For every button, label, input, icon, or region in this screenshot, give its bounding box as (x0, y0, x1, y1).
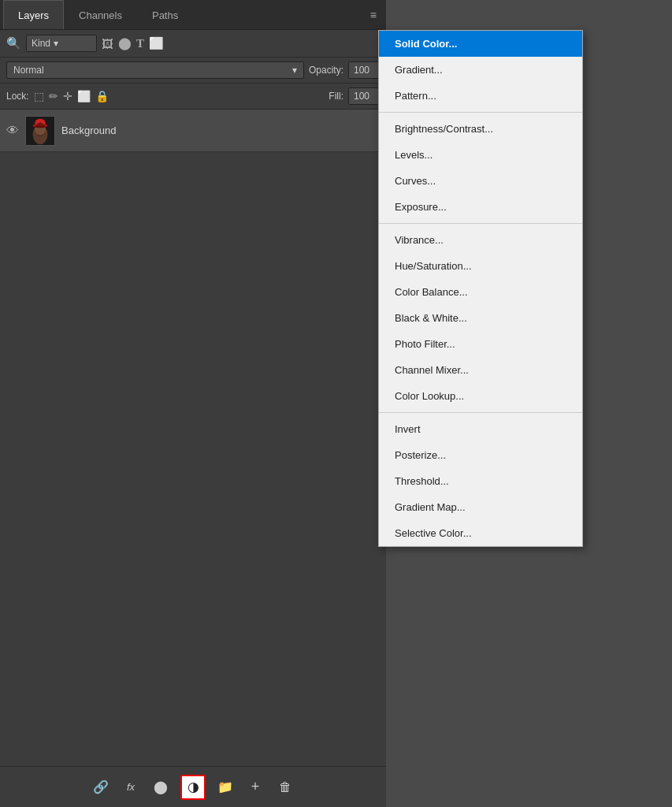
menu-item-selective-color-[interactable]: Selective Color... (379, 520, 582, 546)
menu-item-hue-saturation-[interactable]: Hue/Saturation... (379, 253, 582, 279)
layer-thumbnail (25, 116, 55, 146)
mask-button[interactable]: ⬤ (150, 777, 171, 798)
fx-button[interactable]: fx (121, 777, 141, 798)
menu-item-photo-filter-[interactable]: Photo Filter... (379, 331, 582, 357)
delete-layer-button[interactable]: 🗑 (275, 777, 295, 798)
chevron-down-icon: ▾ (54, 38, 58, 49)
tab-layers[interactable]: Layers (3, 0, 64, 29)
menu-item-color-balance-[interactable]: Color Balance... (379, 279, 582, 305)
menu-item-levels-[interactable]: Levels... (379, 142, 582, 168)
menu-item-black-white-[interactable]: Black & White... (379, 305, 582, 331)
opacity-label: Opacity: (309, 65, 343, 76)
menu-item-vibrance-[interactable]: Vibrance... (379, 227, 582, 253)
trash-icon: 🗑 (279, 780, 291, 794)
menu-item-color-lookup-[interactable]: Color Lookup... (379, 383, 582, 409)
kind-filter-select[interactable]: Kind ▾ (26, 35, 97, 52)
lock-transparent-icon[interactable]: ⬚ (34, 90, 44, 102)
blend-mode-select[interactable]: Normal ▾ (6, 61, 304, 79)
menu-item-gradient-map-[interactable]: Gradient Map... (379, 494, 582, 520)
lock-all-icon[interactable]: 🔒 (95, 90, 109, 102)
layers-empty-area (0, 152, 386, 766)
link-icon: 🔗 (93, 779, 109, 794)
filter-row: 🔍 Kind ▾ 🖼 ⬤ T ⬜ (0, 30, 386, 58)
menu-item-threshold-[interactable]: Threshold... (379, 468, 582, 494)
lock-artboard-icon[interactable]: ⬜ (77, 90, 91, 102)
svg-point-5 (35, 122, 45, 136)
opacity-input[interactable]: 100 (348, 61, 380, 79)
menu-separator-3 (379, 112, 582, 113)
menu-item-channel-mixer-[interactable]: Channel Mixer... (379, 357, 582, 383)
lock-move-icon[interactable]: ✛ (63, 90, 72, 102)
panel-menu-icon[interactable]: ≡ (366, 0, 381, 30)
menu-item-solid-color-[interactable]: Solid Color... (379, 31, 582, 57)
add-layer-button[interactable]: + (245, 777, 265, 798)
fill-label: Fill: (329, 91, 343, 102)
menu-item-posterize-[interactable]: Posterize... (379, 442, 582, 468)
mask-icon: ⬤ (154, 779, 168, 794)
menu-item-invert[interactable]: Invert (379, 416, 582, 442)
tab-bar: Layers Channels Paths ≡ (0, 0, 386, 30)
bottom-toolbar: 🔗 fx ⬤ ◑ 📁 + 🗑 (0, 766, 386, 807)
menu-separator-8 (379, 223, 582, 224)
layer-name: Background (61, 125, 116, 136)
blend-row: Normal ▾ Opacity: 100 (0, 58, 386, 84)
shape-filter-icon[interactable]: ⬜ (149, 36, 164, 50)
folder-icon: 📁 (217, 779, 233, 794)
fx-icon: fx (127, 781, 135, 793)
adjustment-layer-button[interactable]: ◑ (180, 775, 206, 800)
chevron-down-icon: ▾ (292, 65, 297, 76)
lock-label: Lock: (6, 91, 29, 102)
image-filter-icon[interactable]: 🖼 (102, 37, 113, 50)
adjustment-layer-dropdown: Solid Color...Gradient...Pattern...Brigh… (378, 30, 583, 547)
layers-panel: Layers Channels Paths ≡ 🔍 Kind ▾ 🖼 ⬤ T ⬜… (0, 0, 386, 807)
folder-button[interactable]: 📁 (215, 777, 236, 798)
adjustment-filter-icon[interactable]: ⬤ (118, 36, 132, 50)
tab-channels[interactable]: Channels (64, 0, 137, 29)
layer-row[interactable]: 👁 Background (0, 110, 386, 152)
menu-item-pattern-[interactable]: Pattern... (379, 83, 582, 109)
tab-paths[interactable]: Paths (137, 0, 193, 29)
fill-input[interactable]: 100 (348, 87, 380, 105)
layer-visibility-icon[interactable]: 👁 (6, 124, 19, 138)
type-filter-icon[interactable]: T (136, 37, 144, 50)
menu-item-brightness-contrast-[interactable]: Brightness/Contrast... (379, 116, 582, 142)
menu-item-gradient-[interactable]: Gradient... (379, 57, 582, 83)
lock-paint-icon[interactable]: ✏ (49, 90, 58, 102)
menu-item-curves-[interactable]: Curves... (379, 168, 582, 194)
menu-item-exposure-[interactable]: Exposure... (379, 194, 582, 220)
menu-separator-16 (379, 412, 582, 413)
lock-row: Lock: ⬚ ✏ ✛ ⬜ 🔒 Fill: 100 (0, 84, 386, 110)
link-layers-button[interactable]: 🔗 (91, 777, 111, 798)
search-icon: 🔍 (6, 36, 21, 50)
half-circle-icon: ◑ (187, 779, 199, 795)
add-icon: + (251, 779, 260, 795)
